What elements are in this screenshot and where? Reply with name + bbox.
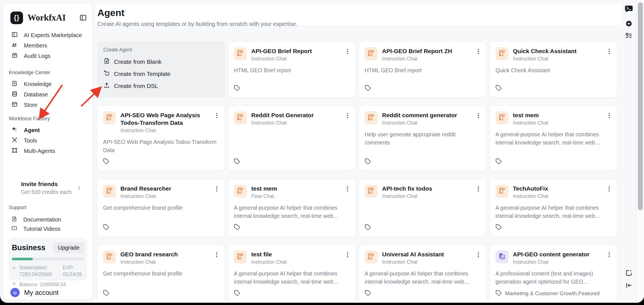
- sidebar-item-audit-logs[interactable]: Audit Logs: [3, 51, 93, 61]
- agent-card-footer: [234, 154, 350, 166]
- sidebar-item-tutorial-videos[interactable]: Tutorial Videos: [3, 224, 93, 234]
- agent-card-type: Instruction Chat: [382, 56, 452, 62]
- subscription-progress-fill: [12, 258, 33, 260]
- kebab-menu-icon[interactable]: [344, 184, 351, 194]
- scrollbar-thumb[interactable]: [638, 2, 643, 210]
- agent-card-icon: [495, 111, 508, 124]
- agent-card-title: GEO brand research: [120, 250, 178, 258]
- kebab-menu-icon[interactable]: [344, 250, 351, 259]
- sidebar-item-store[interactable]: Store: [3, 100, 93, 110]
- agent-card[interactable]: API-tech fix todos Instruction Chat: [359, 179, 487, 237]
- agent-card[interactable]: GEO brand research Instruction Chat Get …: [97, 245, 225, 302]
- agent-scroll-icon: [498, 113, 506, 123]
- sidebar-item-documentation[interactable]: Documentation: [3, 215, 93, 224]
- agent-card-title: test file: [251, 250, 287, 258]
- agent-card-title: Universal AI Assistant: [382, 250, 444, 258]
- agent-scroll-icon: [367, 186, 375, 196]
- tag-icon: [103, 290, 109, 297]
- agent-card[interactable]: test file Instruction Chat A general-pur…: [228, 245, 356, 302]
- agent-card-icon: [103, 111, 116, 124]
- agent-card-type: Instruction Chat: [513, 193, 548, 199]
- kebab-menu-icon[interactable]: [474, 250, 482, 259]
- store-icon: [11, 101, 18, 109]
- scrollbar: [636, 0, 644, 303]
- agent-card[interactable]: Reddit Post Generator Instruction Chat: [228, 105, 356, 171]
- agent-scroll-icon: [105, 186, 114, 196]
- agent-card-type: Instruction Chat: [251, 120, 314, 126]
- agent-scroll-icon: [498, 186, 506, 196]
- my-account[interactable]: tp My account: [10, 288, 59, 297]
- agent-card[interactable]: API-GEO Brief Report Instruction Chat HT…: [228, 41, 356, 98]
- tag-icon: [495, 224, 502, 231]
- create-from-blank[interactable]: Create from Blank: [103, 56, 219, 68]
- sidebar-item-database[interactable]: Database: [3, 89, 93, 100]
- sidebar-item-tools[interactable]: Tools: [3, 135, 93, 146]
- agent-card-title: Brand Researcher: [120, 185, 171, 192]
- kebab-menu-icon[interactable]: [474, 47, 482, 56]
- create-agent-panel: Create Agent Create from Blank Create fr…: [97, 41, 225, 98]
- agent-card-icon: [495, 47, 508, 60]
- sidebar-item-members[interactable]: Members: [3, 40, 93, 51]
- kebab-menu-icon[interactable]: [213, 111, 221, 120]
- agent-card-icon: [234, 185, 247, 198]
- section-knowledge-center: Knowledge Center: [3, 69, 93, 76]
- agent-card-type: Flow Chat: [251, 193, 277, 199]
- collapse-left-icon[interactable]: [625, 282, 632, 290]
- invite-friends[interactable]: Invite friends Get 500 credits each: [3, 181, 93, 195]
- logo-mark: {}: [10, 12, 23, 24]
- add-icon[interactable]: [625, 20, 632, 28]
- kebab-menu-icon[interactable]: [605, 250, 613, 259]
- kebab-menu-icon[interactable]: [605, 111, 613, 120]
- sidebar-item-knowledge[interactable]: Knowledge: [3, 79, 93, 89]
- agent-scroll-icon: [236, 186, 245, 196]
- sidebar-item-multi-agents[interactable]: Multi-Agents: [3, 146, 93, 156]
- agent-card[interactable]: API-SEO Web Page Analysis Todos-Transfor…: [97, 105, 225, 171]
- agent-card[interactable]: Quick Check Assistant Instruction Chat Q…: [490, 41, 617, 98]
- agent-card-type: Instruction Chat: [120, 193, 171, 199]
- agent-scroll-icon: [367, 113, 375, 123]
- agent-scroll-icon: [367, 252, 375, 262]
- kebab-menu-icon[interactable]: [344, 47, 351, 56]
- section-workforce-factory: Workforce Factory: [3, 115, 93, 122]
- upgrade-button[interactable]: Upgrade: [53, 242, 84, 253]
- kebab-menu-icon[interactable]: [213, 184, 221, 194]
- agent-scroll-icon: [236, 49, 245, 58]
- tag-icon: [365, 85, 371, 92]
- database-icon: [11, 91, 18, 99]
- kebab-menu-icon[interactable]: [474, 184, 482, 194]
- kebab-menu-icon[interactable]: [605, 47, 613, 56]
- sidebar-item-ai-experts-marketplace[interactable]: AI Experts Marketplace: [3, 30, 93, 40]
- terminal-chat-icon[interactable]: [624, 4, 633, 15]
- tag-icon: [103, 224, 109, 231]
- tag-icon: [234, 224, 240, 231]
- kebab-menu-icon[interactable]: [344, 111, 351, 120]
- agent-card[interactable]: Reddit comment generator Instruction Cha…: [359, 105, 487, 171]
- open-new-sparkle-icon[interactable]: [625, 269, 632, 278]
- agent-card-footer: [365, 220, 481, 231]
- agent-card[interactable]: test mem Instruction Chat A general-purp…: [490, 105, 617, 171]
- agent-card[interactable]: API-GEO Brief Report ZH Instruction Chat…: [359, 41, 487, 98]
- sidebar-collapse-icon[interactable]: [79, 14, 87, 22]
- multi-agents-icon: [11, 147, 18, 155]
- agent-card-footer: [495, 81, 611, 92]
- chevron-right-icon: [76, 185, 83, 193]
- agent-card[interactable]: Brand Researcher Instruction Chat Get co…: [97, 179, 225, 237]
- agent-card-icon: [365, 47, 378, 60]
- agent-card[interactable]: API-GEO content generator Instruction Ch…: [490, 245, 617, 302]
- task-list-icon[interactable]: [625, 32, 632, 40]
- create-from-template[interactable]: Create from Template: [103, 68, 219, 80]
- agent-card-type: Instruction Chat: [120, 128, 211, 134]
- agent-card-description: Get comprehensive brand profile: [103, 270, 219, 278]
- tag-icon: [495, 158, 502, 166]
- create-from-dsl[interactable]: Create from DSL: [103, 80, 219, 92]
- agent-card[interactable]: Universal AI Assistant Instruction Chat …: [359, 245, 487, 302]
- kebab-menu-icon[interactable]: [605, 184, 613, 194]
- sidebar-item-agent[interactable]: Agent: [3, 125, 93, 135]
- agent-card[interactable]: TechAutoFix Instruction Chat A general-p…: [490, 179, 617, 237]
- tag-icon: [365, 158, 371, 166]
- agent-card[interactable]: test mem Flow Chat A general-purpose AI …: [228, 179, 356, 237]
- agent-card-icon: [365, 185, 378, 198]
- kebab-menu-icon[interactable]: [474, 111, 482, 120]
- agent-card-footer: [365, 286, 481, 297]
- kebab-menu-icon[interactable]: [213, 250, 221, 259]
